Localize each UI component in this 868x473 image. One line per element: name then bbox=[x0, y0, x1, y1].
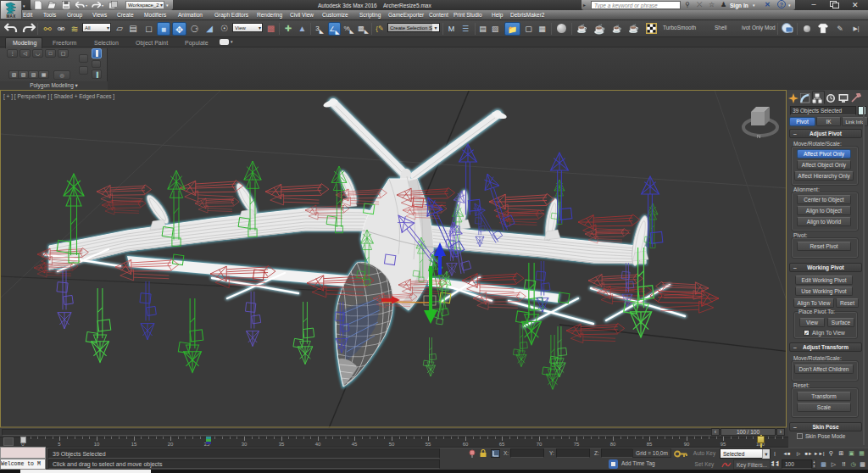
svg-text:N: N bbox=[757, 134, 760, 139]
